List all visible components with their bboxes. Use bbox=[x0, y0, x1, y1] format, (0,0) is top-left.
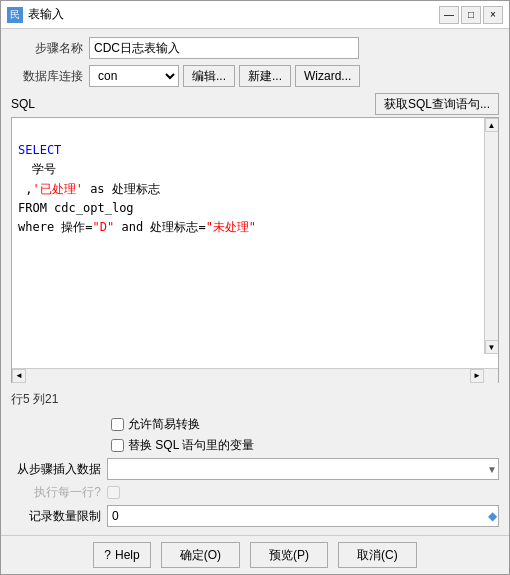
sql-editor-inner: SELECT 学号 ,'已处理' as 处理标志 FROM cdc_opt_lo… bbox=[12, 118, 498, 368]
sql-editor-box: SELECT 学号 ,'已处理' as 处理标志 FROM cdc_opt_lo… bbox=[11, 117, 499, 383]
record-limit-input[interactable] bbox=[107, 505, 499, 527]
db-connection-row: 数据库连接 con 编辑... 新建... Wizard... bbox=[11, 65, 499, 87]
insert-select-wrapper: ▼ bbox=[107, 458, 499, 480]
replace-var-text: 替换 SQL 语句里的变量 bbox=[128, 437, 254, 454]
scroll-right-button[interactable]: ► bbox=[470, 369, 484, 383]
allow-lazy-checkbox[interactable] bbox=[111, 418, 124, 431]
horizontal-scrollbar[interactable]: ◄ ► bbox=[12, 368, 498, 382]
help-icon: ? bbox=[104, 548, 111, 562]
wizard-button[interactable]: Wizard... bbox=[295, 65, 360, 87]
main-window: 民 表输入 — □ × 步骤名称 数据库连接 con 编辑... 新建... W… bbox=[0, 0, 510, 575]
record-row: 记录数量限制 ◆ bbox=[11, 505, 499, 527]
help-label: Help bbox=[115, 548, 140, 562]
step-name-input[interactable] bbox=[89, 37, 359, 59]
maximize-button[interactable]: □ bbox=[461, 6, 481, 24]
insert-row: 从步骤插入数据 ▼ bbox=[11, 458, 499, 480]
footer: ? Help 确定(O) 预览(P) 取消(C) bbox=[1, 535, 509, 574]
allow-lazy-text: 允许简易转换 bbox=[128, 416, 200, 433]
get-sql-button[interactable]: 获取SQL查询语句... bbox=[375, 93, 499, 115]
scroll-down-button[interactable]: ▼ bbox=[485, 340, 499, 354]
scroll-track-v bbox=[485, 132, 499, 340]
help-button[interactable]: ? Help bbox=[93, 542, 150, 568]
preview-button[interactable]: 预览(P) bbox=[250, 542, 328, 568]
record-input-wrapper: ◆ bbox=[107, 505, 499, 527]
insert-select[interactable] bbox=[107, 458, 499, 480]
edit-button[interactable]: 编辑... bbox=[183, 65, 235, 87]
db-select-row: con 编辑... 新建... Wizard... bbox=[89, 65, 360, 87]
sql-text-area[interactable]: SELECT 学号 ,'已处理' as 处理标志 FROM cdc_opt_lo… bbox=[12, 118, 498, 368]
new-button[interactable]: 新建... bbox=[239, 65, 291, 87]
allow-lazy-label[interactable]: 允许简易转换 bbox=[111, 416, 200, 433]
vertical-scrollbar[interactable]: ▲ ▼ bbox=[484, 118, 498, 354]
step-name-row: 步骤名称 bbox=[11, 37, 499, 59]
content-area: 步骤名称 数据库连接 con 编辑... 新建... Wizard... SQL… bbox=[1, 29, 509, 535]
sql-label: SQL bbox=[11, 97, 35, 111]
title-bar: 民 表输入 — □ × bbox=[1, 1, 509, 29]
db-select[interactable]: con bbox=[89, 65, 179, 87]
allow-lazy-row: 允许简易转换 bbox=[11, 416, 499, 433]
step-name-label: 步骤名称 bbox=[11, 40, 83, 57]
status-row: 行5 列21 bbox=[11, 389, 499, 410]
cursor-status: 行5 列21 bbox=[11, 392, 58, 406]
scroll-corner bbox=[484, 369, 498, 383]
sql-section: SQL 获取SQL查询语句... SELECT 学号 ,'已处理' as 处理标… bbox=[11, 93, 499, 383]
insert-label: 从步骤插入数据 bbox=[11, 461, 101, 478]
replace-var-checkbox[interactable] bbox=[111, 439, 124, 452]
close-button[interactable]: × bbox=[483, 6, 503, 24]
cancel-button[interactable]: 取消(C) bbox=[338, 542, 417, 568]
title-bar-left: 民 表输入 bbox=[7, 6, 64, 23]
record-limit-label: 记录数量限制 bbox=[11, 508, 101, 525]
exec-row: 执行每一行? bbox=[11, 484, 499, 501]
minimize-button[interactable]: — bbox=[439, 6, 459, 24]
scroll-up-button[interactable]: ▲ bbox=[485, 118, 499, 132]
db-label: 数据库连接 bbox=[11, 68, 83, 85]
scroll-track-h bbox=[26, 369, 470, 383]
ok-button[interactable]: 确定(O) bbox=[161, 542, 240, 568]
exec-label: 执行每一行? bbox=[11, 484, 101, 501]
sql-header: SQL 获取SQL查询语句... bbox=[11, 93, 499, 115]
title-bar-controls: — □ × bbox=[439, 6, 503, 24]
window-title: 表输入 bbox=[28, 6, 64, 23]
replace-var-row: 替换 SQL 语句里的变量 bbox=[11, 437, 499, 454]
exec-checkbox[interactable] bbox=[107, 486, 120, 499]
scroll-left-button[interactable]: ◄ bbox=[12, 369, 26, 383]
replace-var-label[interactable]: 替换 SQL 语句里的变量 bbox=[111, 437, 254, 454]
options-section: 允许简易转换 替换 SQL 语句里的变量 从步骤插入数据 ▼ bbox=[11, 416, 499, 527]
window-icon: 民 bbox=[7, 7, 23, 23]
